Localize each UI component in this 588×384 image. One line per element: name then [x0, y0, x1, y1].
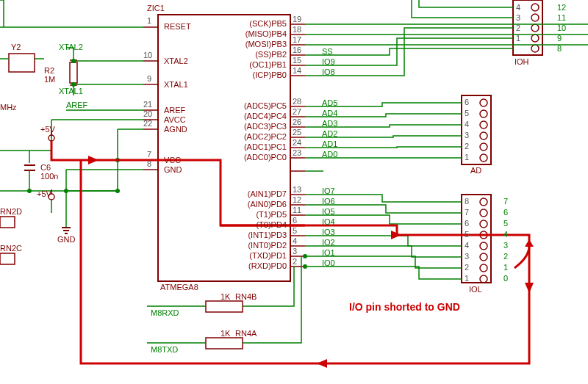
pinnum: 21: [143, 100, 152, 109]
xtal1: XTAL1: [59, 87, 83, 95]
pn: 0: [503, 274, 508, 283]
pn: 8: [557, 44, 562, 53]
pinnum: 9: [147, 74, 151, 83]
svg-rect-74: [206, 338, 243, 349]
part: RN4B: [235, 292, 257, 301]
pn: 1: [465, 274, 469, 283]
pn: 3: [465, 131, 469, 140]
svg-rect-75: [0, 217, 15, 228]
rxd: M8RXD: [151, 308, 179, 317]
net: IO7: [322, 186, 335, 195]
pin: (TXD)PD1: [249, 251, 287, 260]
net: AD0: [322, 150, 337, 159]
pinnum: 4: [293, 236, 297, 245]
pn: 2: [465, 142, 469, 151]
svg-point-51: [480, 275, 487, 283]
pin: (OC1)PB1: [249, 60, 287, 69]
conn-name: AD: [470, 166, 481, 175]
pinnum: 23: [293, 148, 301, 157]
svg-rect-55: [9, 54, 35, 72]
svg-point-42: [480, 154, 487, 162]
pin: (ICP)PB0: [253, 70, 287, 79]
svg-point-68: [27, 189, 32, 193]
pin: (ADC4)PC4: [244, 112, 287, 120]
net: AD4: [322, 109, 337, 117]
pinnum: 20: [143, 109, 152, 118]
mhz: MHz: [0, 103, 17, 112]
pinnum: 16: [293, 46, 301, 54]
svg-point-50: [480, 264, 487, 272]
pinnum: 27: [293, 107, 301, 116]
svg-marker-81: [525, 239, 534, 247]
chip-refdes: ZIC1: [147, 4, 165, 12]
pinnum: 17: [293, 35, 301, 44]
pn: 9: [557, 34, 562, 43]
svg-point-69: [303, 264, 307, 269]
svg-point-67: [64, 189, 68, 193]
net: IO8: [322, 68, 335, 76]
pin: VCC: [164, 156, 181, 164]
svg-point-39: [480, 121, 487, 128]
net: IO2: [322, 238, 335, 247]
pinnum: 15: [293, 56, 301, 65]
pn: 7: [503, 197, 508, 206]
part: RN2D: [0, 207, 22, 216]
pin: (ADC1)PC1: [244, 142, 287, 151]
pn: 7: [465, 208, 469, 217]
power: +5V: [37, 189, 51, 198]
net: IO4: [322, 217, 335, 226]
net: AD1: [322, 140, 337, 148]
pn: 2: [465, 263, 469, 272]
svg-point-46: [480, 220, 487, 228]
pin: (AIN1)PD7: [248, 189, 287, 198]
pn: 10: [557, 23, 566, 32]
pn: 5: [465, 230, 469, 239]
pinnum: 24: [293, 138, 301, 147]
pinnum: 7: [147, 150, 151, 159]
pinnum: 26: [293, 117, 301, 126]
svg-point-38: [480, 110, 487, 117]
pinnum: 5: [293, 226, 297, 235]
pin: XTAL2: [164, 57, 188, 65]
pin: (SS)PB2: [255, 50, 287, 59]
pinnum: 25: [293, 128, 301, 137]
pin: (ADC5)PC5: [244, 101, 287, 110]
pin: AGND: [164, 125, 187, 134]
svg-point-45: [480, 209, 487, 217]
svg-marker-80: [317, 359, 327, 368]
pinnum: 13: [293, 185, 301, 194]
svg-point-41: [480, 143, 487, 151]
svg-marker-77: [88, 156, 98, 164]
net: IO6: [322, 197, 335, 206]
pin: GND: [164, 165, 182, 174]
pn: 3: [465, 252, 469, 261]
pinnum: 1: [147, 16, 151, 25]
txd: M8TXD: [151, 345, 178, 354]
part: 1K: [220, 329, 230, 338]
pin: XTAL1: [164, 80, 188, 89]
xtal2: XTAL2: [59, 43, 83, 51]
pn: 1: [516, 34, 520, 43]
svg-point-37: [480, 99, 487, 106]
pin: AVCC: [164, 115, 186, 124]
pin: (INT0)PD2: [248, 241, 287, 250]
short-annotation: I/O pin shorted to GND: [349, 301, 460, 313]
part: 100n: [40, 172, 58, 181]
svg-point-48: [480, 242, 487, 250]
svg-point-35: [531, 45, 539, 52]
pinnum: 2: [293, 257, 297, 266]
pinnum: 8: [147, 159, 151, 168]
part: R2: [44, 66, 54, 75]
svg-point-33: [531, 24, 539, 32]
pn: 1: [503, 263, 508, 272]
part: C6: [40, 163, 51, 172]
pin: (ADC3)PC3: [244, 122, 287, 131]
pinnum: 6: [293, 216, 297, 225]
svg-point-71: [71, 59, 76, 63]
svg-point-49: [480, 253, 487, 261]
aref: AREF: [66, 101, 87, 109]
svg-point-66: [115, 189, 120, 193]
chip-name: ATMEGA8: [160, 283, 198, 291]
svg-point-34: [531, 35, 539, 42]
pn: 3: [503, 241, 508, 250]
